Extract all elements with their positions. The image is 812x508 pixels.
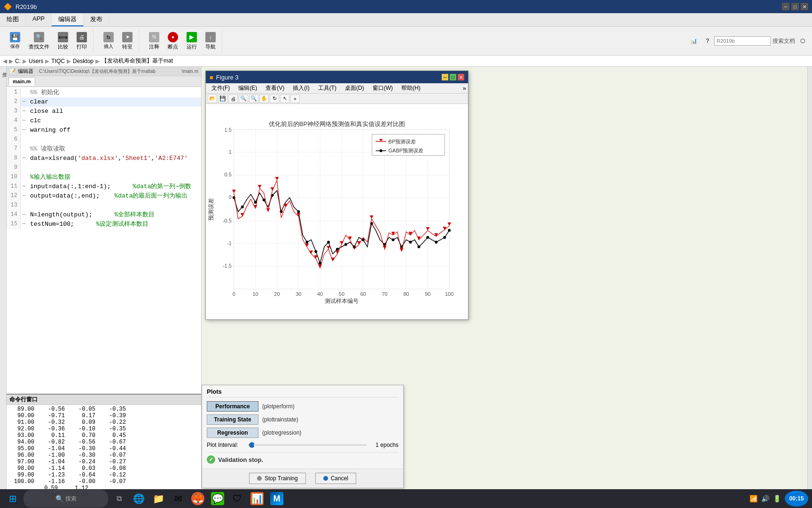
title-bar-buttons[interactable]: ─ □ ✕ bbox=[782, 3, 808, 10]
svg-point-61 bbox=[435, 241, 437, 244]
clock-badge[interactable]: 00:15 bbox=[785, 491, 808, 507]
fig-menu-window[interactable]: 窗口(W) bbox=[369, 83, 397, 93]
fig-menu-view[interactable]: 查看(V) bbox=[262, 83, 288, 93]
svg-point-50 bbox=[336, 248, 339, 251]
breakpoint-button[interactable]: ● 断点 bbox=[164, 31, 181, 52]
path-part-desktop[interactable]: Desktop bbox=[73, 58, 94, 64]
fig-tb-print[interactable]: 🖨 bbox=[228, 95, 238, 103]
ribbon: 绘图 APP 编辑器 发布 💾 保存 🔍 查找文件 ⟺ 比较 bbox=[0, 13, 812, 56]
code-line-3: 3 — close all bbox=[7, 107, 201, 116]
start-button[interactable]: ⊞ bbox=[4, 490, 22, 508]
clear-keyword: clear bbox=[30, 98, 48, 105]
svg-point-60 bbox=[426, 236, 429, 239]
figure3-maximize[interactable]: □ bbox=[450, 74, 456, 80]
find-file-button[interactable]: 🔍 查找文件 bbox=[25, 31, 53, 52]
search-docs-input[interactable] bbox=[714, 36, 771, 46]
print-icon: 🖨 bbox=[77, 32, 87, 42]
figure3-title-label: Figure 3 bbox=[216, 74, 239, 81]
fig-menu-expand[interactable]: » bbox=[463, 85, 466, 92]
minimize-button[interactable]: ─ bbox=[782, 3, 789, 10]
training-state-button[interactable]: Training State bbox=[207, 414, 258, 425]
fig-menu-file[interactable]: 文件(F) bbox=[208, 83, 234, 93]
close-button[interactable]: ✕ bbox=[801, 3, 808, 10]
expand-btn[interactable]: ⬡ bbox=[797, 36, 808, 46]
fig-tb-cursor[interactable]: ↖ bbox=[280, 95, 289, 103]
firefox-button[interactable]: 🦊 bbox=[189, 490, 207, 508]
taskbar: ⊞ 🔍 搜索 ⧉ 🌐 📁 ✉ 🦊 💬 🛡 bbox=[0, 489, 812, 508]
fig-menu-tools[interactable]: 工具(T) bbox=[314, 83, 340, 93]
wifi-icon[interactable]: 📶 bbox=[750, 495, 757, 502]
fig-tb-save[interactable]: 💾 bbox=[218, 95, 227, 103]
fig-tb-zoom-out[interactable]: 🔍 bbox=[249, 95, 258, 103]
title-bar-left: 🔶 R2019b bbox=[4, 3, 37, 10]
tab-editor[interactable]: 编辑器 bbox=[52, 13, 84, 26]
regression-button[interactable]: Regression bbox=[207, 428, 258, 438]
tab-plot[interactable]: 绘图 bbox=[0, 13, 26, 26]
code-line-7: 7 %% 读取读取 bbox=[7, 144, 201, 154]
search-button[interactable]: 🔍 搜索 bbox=[23, 490, 108, 508]
figure3-close[interactable]: ✕ bbox=[458, 74, 464, 80]
interval-slider[interactable] bbox=[248, 444, 367, 446]
svg-point-42 bbox=[263, 198, 265, 201]
wechat-button[interactable]: 💬 bbox=[209, 490, 226, 508]
security-button[interactable]: 🛡 bbox=[228, 490, 246, 508]
workspace-area: ■ Figure 3 ─ □ ✕ 文件(F) 编辑(E) 查看(V) 插入(I)… bbox=[202, 67, 812, 508]
path-part-tiqc[interactable]: TIQC bbox=[51, 58, 65, 64]
comment-button[interactable]: % 注释 bbox=[146, 31, 163, 52]
navigate-button[interactable]: ↕ 导航 bbox=[202, 31, 219, 52]
stop-training-button[interactable]: Stop Training bbox=[249, 473, 306, 484]
fig-menu-desktop[interactable]: 桌面(D) bbox=[341, 83, 368, 93]
tab-app[interactable]: APP bbox=[26, 13, 52, 26]
help-btn[interactable]: ? bbox=[703, 36, 712, 46]
path-part-folder[interactable]: 【发动机寿命预测】基于mat bbox=[102, 57, 173, 65]
file-panel: 文件 bbox=[0, 67, 7, 508]
ribbon-file-group: 💾 保存 🔍 查找文件 ⟺ 比较 🖨 打印 bbox=[4, 30, 94, 53]
figure3-minimize[interactable]: ─ bbox=[442, 74, 448, 80]
matlab-taskbar-button[interactable]: M bbox=[268, 490, 286, 508]
charts-icon: 📊 bbox=[250, 492, 264, 505]
fig-tb-open[interactable]: 📂 bbox=[208, 95, 217, 103]
performance-btn-row: Performance (plotperform) bbox=[207, 401, 398, 412]
fig-menu-help[interactable]: 帮助(H) bbox=[398, 83, 424, 93]
findfile-icon: 🔍 bbox=[34, 32, 44, 42]
maximize-button[interactable]: □ bbox=[791, 3, 799, 10]
cmd-data-96: 96.00 -1.00 -0.30 -0.07 bbox=[8, 452, 199, 459]
mail-button[interactable]: ✉ bbox=[169, 490, 187, 508]
stop-training-dot bbox=[257, 476, 262, 481]
training-panel-content: Plots Performance (plotperform) Training… bbox=[202, 385, 403, 468]
fig-tb-rotate[interactable]: ↻ bbox=[270, 95, 279, 103]
breakpoint-label: 断点 bbox=[168, 43, 178, 50]
charts-button[interactable]: 📊 bbox=[248, 490, 266, 508]
shield-icon: 🛡 bbox=[231, 492, 244, 505]
compare-button[interactable]: ⟺ 比较 bbox=[55, 31, 71, 52]
search-icon: 🔍 bbox=[55, 495, 63, 502]
taskview-button[interactable]: ⧉ bbox=[110, 490, 128, 508]
path-part-users[interactable]: Users bbox=[29, 58, 43, 64]
run-button[interactable]: ▶ 运行 bbox=[183, 31, 200, 52]
fig-tb-zoom-in[interactable]: 🔍 bbox=[239, 95, 248, 103]
volume-icon[interactable]: 🔊 bbox=[761, 495, 769, 502]
insert-button[interactable]: fx 插入 bbox=[100, 31, 117, 51]
svg-text:优化前后的BP神经网络预测值和真实值误差对比图: 优化前后的BP神经网络预测值和真实值误差对比图 bbox=[269, 120, 405, 127]
browser-button[interactable]: 🌐 bbox=[130, 490, 148, 508]
fig-menu-insert[interactable]: 插入(I) bbox=[289, 83, 313, 93]
svg-text:-1.5: -1.5 bbox=[223, 263, 232, 269]
editor-tab-main[interactable]: main.m bbox=[8, 77, 35, 86]
fig-tb-datacursor[interactable]: + bbox=[290, 95, 300, 103]
matlab-taskbar-icon: M bbox=[270, 492, 283, 505]
goto-button[interactable]: ➤ 转至 bbox=[119, 31, 136, 52]
path-part-c[interactable]: C: bbox=[15, 58, 21, 64]
explorer-button[interactable]: 📁 bbox=[149, 490, 167, 508]
battery-icon[interactable]: 🔋 bbox=[773, 495, 781, 502]
tab-publish[interactable]: 发布 bbox=[84, 13, 109, 26]
print-button[interactable]: 🖨 打印 bbox=[73, 31, 90, 52]
path-bar: ◀ ▶ C: ▶ Users ▶ TIQC ▶ Desktop ▶ 【发动机寿命… bbox=[0, 56, 812, 67]
performance-button[interactable]: Performance bbox=[207, 401, 258, 412]
workspace-btn[interactable]: 📊 bbox=[687, 36, 701, 46]
fig-tb-pan[interactable]: ✋ bbox=[259, 95, 269, 103]
cmd-data-95: 95.00 -1.04 -0.30 -0.44 bbox=[8, 445, 199, 452]
fig-menu-edit[interactable]: 编辑(E) bbox=[234, 83, 261, 93]
cancel-button[interactable]: Cancel bbox=[315, 473, 356, 484]
save-button[interactable]: 💾 保存 bbox=[7, 31, 23, 51]
validation-row: ✓ Validation stop. bbox=[207, 452, 398, 467]
